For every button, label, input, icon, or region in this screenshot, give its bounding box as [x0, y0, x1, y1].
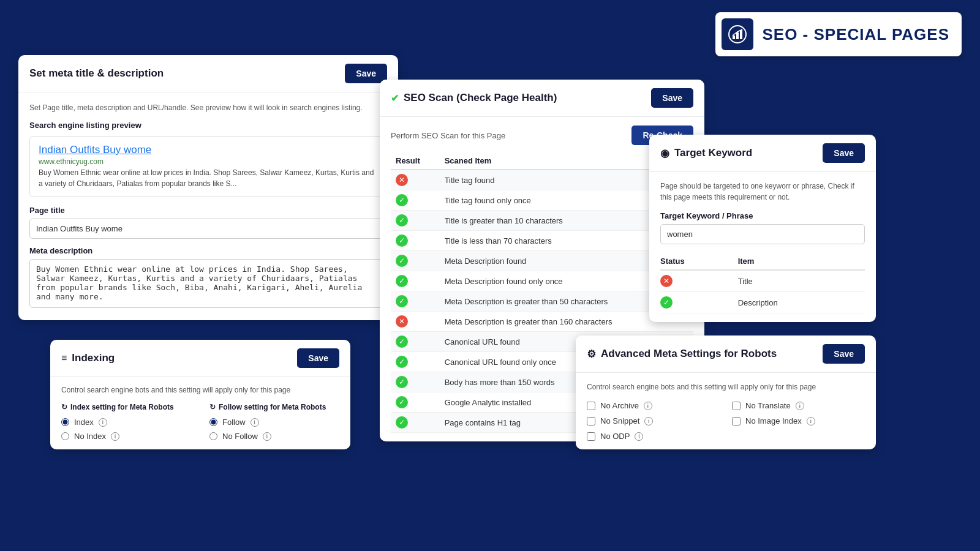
- scan-col-result: Result: [391, 152, 440, 170]
- follow-info-icon[interactable]: i: [251, 418, 259, 427]
- advanced-checkbox-item[interactable]: No Snippeti: [587, 416, 720, 425]
- advanced-checkbox-item[interactable]: No Archivei: [587, 401, 720, 410]
- keyword-save-button[interactable]: Save: [823, 143, 865, 163]
- card-indexing: ≡ Indexing Save Control search engine bo…: [50, 340, 350, 449]
- card-keyword: ◉ Target Keyword Save Page should be tar…: [649, 135, 876, 322]
- card-advanced-body: Control search engine bots and this sett…: [576, 373, 876, 449]
- indexing-save-button[interactable]: Save: [297, 348, 339, 368]
- scan-status-icon: ✕: [391, 312, 440, 332]
- advanced-info-icon[interactable]: i: [644, 402, 652, 410]
- check-icon: ✓: [396, 416, 408, 429]
- scan-status-icon: ✓: [391, 372, 440, 392]
- scan-status-icon: ✓: [391, 392, 440, 413]
- advanced-checkbox-0[interactable]: [587, 402, 595, 410]
- keyword-field-label: Target Keyword / Phrase: [660, 211, 865, 220]
- scan-table-row: ✕Title tag found: [391, 170, 693, 190]
- meta-desc-textarea[interactable]: Buy Women Ethnic wear online at low pric…: [29, 259, 387, 308]
- seo-scan-save-button[interactable]: Save: [651, 88, 693, 108]
- advanced-checkbox-4[interactable]: [587, 432, 595, 441]
- advanced-info-icon[interactable]: i: [807, 417, 815, 425]
- advanced-info-icon[interactable]: i: [635, 432, 643, 441]
- check-icon: ✓: [396, 234, 408, 247]
- scan-status-icon: ✓: [391, 251, 440, 271]
- scan-table-row: ✓Title tag found only once: [391, 190, 693, 211]
- check-icon: ✓: [396, 396, 408, 408]
- check-icon: ✓: [396, 356, 408, 368]
- advanced-checkbox-3[interactable]: [732, 417, 741, 425]
- advanced-checkbox-item[interactable]: No Translatei: [732, 401, 865, 410]
- scan-status-icon: ✓: [391, 332, 440, 352]
- advanced-info-icon[interactable]: i: [796, 402, 804, 410]
- advanced-checkbox-1[interactable]: [732, 402, 741, 410]
- scan-status-icon: ✓: [391, 413, 440, 433]
- card-indexing-header: ≡ Indexing Save: [50, 340, 350, 377]
- index-radio-item[interactable]: Index i: [61, 418, 191, 427]
- page-title-input[interactable]: [29, 219, 387, 239]
- keyword-desc: Page should be targeted to one keyworr o…: [660, 181, 865, 203]
- check-icon: ✓: [396, 275, 408, 287]
- card-meta-title: Set meta title & description Save Set Pa…: [18, 55, 398, 320]
- keyword-table-row: ✕Title: [660, 270, 865, 292]
- cross-icon: ✕: [396, 174, 408, 186]
- keyword-input[interactable]: [660, 224, 865, 244]
- advanced-checkbox-label: No Archive: [600, 401, 639, 410]
- index-info-icon[interactable]: i: [99, 418, 107, 427]
- keyword-table: Status Item ✕Title✓Description: [660, 253, 865, 313]
- advanced-checkbox-item[interactable]: No Image Indexi: [732, 416, 865, 425]
- nofollow-info-icon[interactable]: i: [263, 432, 271, 441]
- cross-icon: ✕: [660, 275, 673, 287]
- scan-status-icon: ✓: [391, 190, 440, 211]
- keyword-table-row: ✓Description: [660, 292, 865, 313]
- preview-url: www.ethnicyug.com: [39, 157, 378, 166]
- scan-status-icon: ✓: [391, 271, 440, 291]
- nofollow-radio[interactable]: [209, 432, 217, 440]
- scan-table-row: ✓Meta Description found: [391, 251, 693, 271]
- scan-desc-row: Perform SEO Scan for this Page Re-Check: [391, 126, 693, 145]
- advanced-checkbox-item[interactable]: No ODPi: [587, 432, 720, 441]
- index-radio[interactable]: [61, 418, 69, 426]
- scan-table-row: ✓Meta Description found only once: [391, 271, 693, 291]
- header-bar: SEO - SPECIAL PAGES: [715, 12, 962, 56]
- page-title-label: Page title: [29, 206, 387, 215]
- svg-rect-1: [733, 36, 735, 39]
- indexing-desc: Control search engine bots and this sett…: [61, 386, 339, 394]
- keyword-item-text: Title: [738, 270, 865, 292]
- meta-description-text: Set Page title, meta description and URL…: [29, 102, 387, 113]
- card-keyword-title: ◉ Target Keyword: [660, 147, 752, 160]
- svg-rect-2: [736, 32, 739, 39]
- preview-link: Indian Outfits Buy wome: [39, 144, 378, 156]
- advanced-checkbox-label: No Image Index: [745, 416, 802, 425]
- nofollow-radio-item[interactable]: No Follow i: [209, 432, 339, 441]
- check-icon: ✓: [396, 295, 408, 307]
- index-radio-group: Index i No Index i: [61, 418, 191, 441]
- card-advanced-header: ⚙ Advanced Meta Settings for Robots Save: [576, 335, 876, 373]
- check-icon: ✓: [396, 214, 408, 227]
- advanced-save-button[interactable]: Save: [823, 344, 865, 364]
- preview-label: Search engine listing preview: [29, 121, 387, 130]
- keyword-status-icon: ✓: [660, 292, 738, 313]
- scan-table-row: ✕Meta Description is greater than 160 ch…: [391, 312, 693, 332]
- scan-status-icon: ✓: [391, 231, 440, 251]
- header-title: SEO - SPECIAL PAGES: [762, 25, 949, 44]
- follow-radio-item[interactable]: Follow i: [209, 418, 339, 427]
- advanced-title-icon: ⚙: [587, 348, 596, 361]
- scan-status-icon: ✓: [391, 291, 440, 312]
- follow-radio[interactable]: [209, 418, 217, 426]
- card-meta-header: Set meta title & description Save: [18, 55, 398, 92]
- keyword-title-icon: ◉: [660, 147, 669, 160]
- scan-table-row: ✓Title is greater than 10 characters: [391, 211, 693, 231]
- advanced-checkbox-2[interactable]: [587, 417, 595, 425]
- svg-rect-3: [740, 30, 742, 39]
- noindex-radio[interactable]: [61, 432, 69, 440]
- noindex-info-icon[interactable]: i: [111, 432, 119, 441]
- check-icon: ✓: [660, 296, 673, 309]
- card-meta-body: Set Page title, meta description and URL…: [18, 92, 398, 320]
- follow-label: Follow: [222, 418, 246, 427]
- seo-chart-icon: [728, 24, 747, 44]
- advanced-checkbox-label: No Translate: [745, 401, 791, 410]
- scan-title-icon: ✔: [391, 92, 399, 104]
- advanced-info-icon[interactable]: i: [644, 417, 653, 425]
- noindex-radio-item[interactable]: No Index i: [61, 432, 191, 441]
- card-keyword-body: Page should be targeted to one keyworr o…: [649, 172, 876, 322]
- noindex-label: No Index: [74, 432, 106, 441]
